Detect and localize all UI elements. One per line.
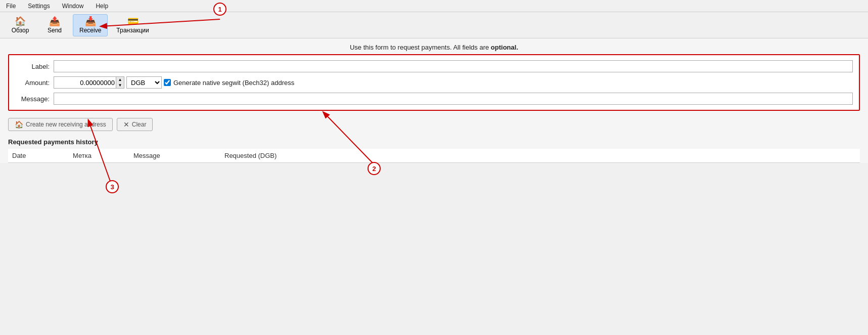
transactions-icon: 💳 — [127, 17, 139, 26]
info-bold: optional. — [491, 44, 518, 51]
amount-wrapper: ▲ ▼ DGB Generate native segwit (Bech32) … — [54, 76, 294, 89]
toolbar-send-label: Send — [48, 27, 62, 34]
create-icon: 🏠 — [15, 120, 23, 129]
col-header-date: Date — [8, 149, 69, 163]
home-icon: 🏠 — [15, 17, 26, 26]
currency-select[interactable]: DGB — [126, 76, 162, 89]
toolbar-receive[interactable]: 📥 Receive — [73, 14, 108, 36]
history-section: Requested payments history Date Метка Me… — [0, 134, 868, 163]
amount-row: Amount: ▲ ▼ DGB Generate native segwit (… — [15, 76, 853, 89]
toolbar-overview[interactable]: 🏠 Обзор — [4, 14, 36, 36]
history-thead: Date Метка Message Requested (DGB) — [8, 149, 860, 163]
col-header-message: Message — [129, 149, 220, 163]
menu-window[interactable]: Window — [60, 2, 86, 11]
label-field-label: Label: — [15, 63, 50, 70]
send-icon: 📤 — [49, 17, 60, 26]
amount-input[interactable] — [54, 76, 124, 89]
menu-file[interactable]: File — [4, 2, 18, 11]
spinner-down[interactable]: ▼ — [116, 82, 124, 88]
toolbar: 🏠 Обзор 📤 Send 📥 Receive 💳 Транзакции — [0, 12, 868, 38]
segwit-checkbox[interactable] — [164, 79, 171, 86]
menu-settings[interactable]: Settings — [26, 2, 52, 11]
create-address-button[interactable]: 🏠 Create new receiving address — [8, 118, 113, 131]
col-header-label: Метка — [69, 149, 129, 163]
message-row: Message: — [15, 93, 853, 105]
segwit-label-text: Generate native segwit (Bech32) address — [173, 79, 294, 87]
info-bar: Use this form to request payments. All f… — [0, 38, 868, 54]
toolbar-send[interactable]: 📤 Send — [38, 14, 71, 36]
buttons-row: 🏠 Create new receiving address ✕ Clear — [0, 115, 868, 134]
message-input[interactable] — [54, 93, 853, 105]
receive-icon: 📥 — [85, 17, 96, 26]
history-title: Requested payments history — [8, 138, 860, 146]
annotation-3: 3 — [106, 180, 119, 193]
form-container: Label: Amount: ▲ ▼ DGB Generate — [8, 54, 860, 111]
clear-button[interactable]: ✕ Clear — [117, 118, 153, 131]
label-row: Label: — [15, 60, 853, 72]
menu-bar: File Settings Window Help — [0, 0, 868, 12]
toolbar-receive-label: Receive — [79, 27, 101, 34]
history-table: Date Метка Message Requested (DGB) — [8, 149, 860, 163]
amount-input-wrap: ▲ ▼ — [54, 76, 124, 89]
amount-field-label: Amount: — [15, 79, 50, 87]
label-input[interactable] — [54, 60, 853, 72]
annotation-2: 2 — [368, 162, 381, 175]
toolbar-transactions[interactable]: 💳 Транзакции — [110, 14, 155, 36]
toolbar-transactions-label: Транзакции — [116, 27, 149, 34]
spinner-buttons: ▲ ▼ — [116, 77, 124, 88]
toolbar-overview-label: Обзор — [12, 27, 29, 34]
col-header-requested: Requested (DGB) — [220, 149, 860, 163]
spinner-up[interactable]: ▲ — [116, 77, 124, 82]
menu-help[interactable]: Help — [94, 2, 110, 11]
create-button-label: Create new receiving address — [26, 121, 106, 128]
clear-icon: ✕ — [123, 120, 129, 129]
info-text: Use this form to request payments. All f… — [350, 44, 491, 51]
main-content: Use this form to request payments. All f… — [0, 38, 868, 163]
message-field-label: Message: — [15, 95, 50, 103]
history-header-row: Date Метка Message Requested (DGB) — [8, 149, 860, 163]
segwit-checkbox-label[interactable]: Generate native segwit (Bech32) address — [164, 79, 294, 87]
clear-button-label: Clear — [132, 121, 147, 128]
